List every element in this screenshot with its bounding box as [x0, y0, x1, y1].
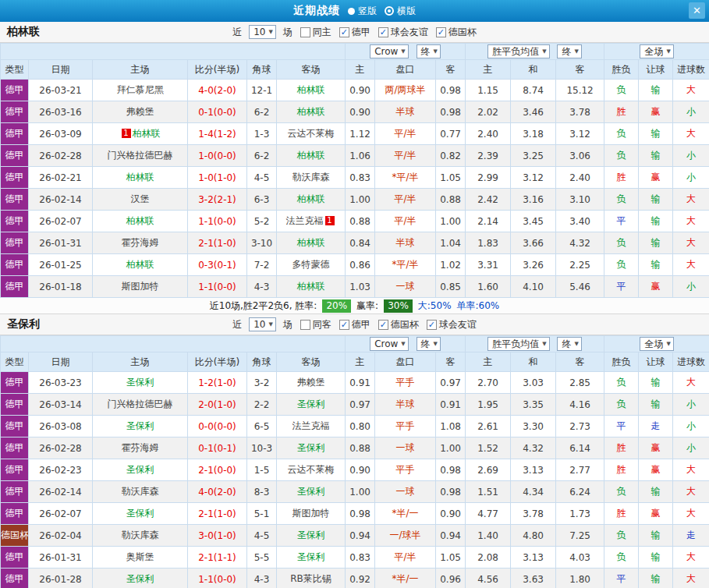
- home-team-cell[interactable]: 汉堡: [93, 189, 188, 211]
- checkbox-checked-icon: ✓: [339, 27, 349, 37]
- filter-checkbox[interactable]: ✓德国杯: [436, 26, 477, 39]
- chevron-down-icon: ▼: [666, 48, 670, 55]
- near-label: 近: [232, 26, 242, 39]
- home-team-cell[interactable]: 斯图加特: [93, 276, 188, 298]
- away-team-cell[interactable]: 圣保利: [277, 394, 346, 416]
- score-cell: 0-3(0-1): [188, 254, 247, 276]
- filter-checkbox[interactable]: 同主: [300, 26, 331, 39]
- column-header: 角球: [247, 352, 277, 372]
- home-team-cell[interactable]: 拜仁慕尼黑: [93, 80, 188, 101]
- home-team-cell[interactable]: 门兴格拉德巴赫: [93, 394, 188, 416]
- away-team-cell[interactable]: 柏林联: [277, 276, 346, 298]
- team-link: 圣保利: [126, 464, 154, 475]
- chevron-down-icon: ▼: [542, 48, 546, 55]
- home-team-cell[interactable]: 圣保利: [93, 459, 188, 481]
- home-team-cell[interactable]: 门兴格拉德巴赫: [93, 145, 188, 167]
- corner-cell: 1-5: [247, 459, 277, 481]
- select-value: 胜平负均值: [492, 338, 539, 351]
- avg-home-cell: 1.95: [466, 394, 511, 416]
- home-team-cell[interactable]: 奥斯堡: [93, 547, 188, 569]
- avg-time-select[interactable]: 终▼: [557, 44, 581, 58]
- away-team-cell[interactable]: 圣保利: [277, 437, 346, 459]
- away-odds-cell: 0.85: [436, 276, 466, 298]
- away-odds-cell: 0.97: [436, 372, 466, 394]
- avg-draw-cell: 3.45: [511, 211, 556, 232]
- team-link: 柏林联: [297, 237, 325, 248]
- scope-select[interactable]: 全场▼: [640, 337, 673, 351]
- date-cell: 26-02-23: [29, 459, 93, 481]
- match-count-select[interactable]: 10▼: [249, 317, 276, 331]
- home-team-cell[interactable]: 圣保利: [93, 372, 188, 394]
- date-cell: 26-03-14: [29, 394, 93, 416]
- away-team-cell[interactable]: 云达不莱梅: [277, 459, 346, 481]
- odds-time-select[interactable]: 终▼: [417, 44, 441, 58]
- away-team-cell[interactable]: 圣保利: [277, 525, 346, 547]
- away-team-cell[interactable]: 法兰克福: [277, 416, 346, 437]
- away-team-cell[interactable]: 柏林联: [277, 101, 346, 123]
- match-count-select[interactable]: 10▼: [249, 25, 276, 39]
- away-team-cell[interactable]: 柏林联: [277, 145, 346, 167]
- column-header: 主: [346, 60, 375, 80]
- chevron-down-icon: ▼: [401, 341, 405, 347]
- avg-odds-select[interactable]: 胜平负均值▼: [487, 44, 549, 58]
- home-team-cell[interactable]: 圣保利: [93, 569, 188, 588]
- away-team-cell[interactable]: 弗赖堡: [277, 372, 346, 394]
- team-link: 柏林联: [126, 172, 154, 182]
- avg-draw-cell: 8.74: [511, 80, 556, 101]
- corner-cell: 4-5: [247, 525, 277, 547]
- filter-checkbox[interactable]: ✓球会友谊: [378, 26, 428, 39]
- team-link: 柏林联: [297, 193, 325, 204]
- away-team-cell[interactable]: 柏林联: [277, 232, 346, 254]
- column-header: 类型: [1, 60, 29, 80]
- score-cell: 2-1(1-1): [188, 547, 247, 569]
- home-team-cell[interactable]: 勒沃库森: [93, 525, 188, 547]
- away-team-cell[interactable]: 柏林联: [277, 80, 346, 101]
- odds-company-select[interactable]: Crow▼: [370, 44, 409, 58]
- avg-away-cell: 3.78: [556, 101, 604, 123]
- away-team-cell[interactable]: 勒沃库森: [277, 167, 346, 189]
- filter-checkbox[interactable]: ✓德甲: [339, 26, 370, 39]
- home-team-cell[interactable]: 圣保利: [93, 416, 188, 437]
- away-team-cell[interactable]: 圣保利: [277, 481, 346, 503]
- home-team-cell[interactable]: 勒沃库森: [93, 481, 188, 503]
- away-team-cell[interactable]: 柏林联: [277, 189, 346, 211]
- column-header: 主: [346, 352, 375, 372]
- handicap-result-cell: 赢: [639, 167, 673, 189]
- odds-time-select[interactable]: 终▼: [417, 337, 441, 351]
- filter-checkbox[interactable]: ✓德国杯: [378, 318, 419, 331]
- team-link: 圣保利: [297, 442, 325, 453]
- filter-checkbox[interactable]: 同客: [300, 318, 331, 331]
- avg-time-select[interactable]: 终▼: [557, 337, 581, 351]
- avg-home-cell: 1.52: [466, 437, 511, 459]
- avg-odds-select[interactable]: 胜平负均值▼: [487, 337, 549, 351]
- home-odds-cell: 1.00: [346, 481, 375, 503]
- home-team-cell[interactable]: 霍芬海姆: [93, 437, 188, 459]
- close-button[interactable]: ✕: [689, 2, 705, 19]
- filter-checkbox[interactable]: ✓球会友谊: [427, 318, 477, 331]
- odds-company-select[interactable]: Crow▼: [370, 337, 409, 351]
- date-cell: 26-03-09: [29, 123, 93, 145]
- home-odds-cell: 0.90: [346, 80, 375, 101]
- home-team-cell[interactable]: 1柏林联: [93, 123, 188, 145]
- scope-selector: 全场▼: [604, 44, 709, 60]
- filter-checkbox[interactable]: ✓德甲: [339, 318, 370, 331]
- away-team-cell[interactable]: 斯图加特: [277, 503, 346, 525]
- away-team-cell[interactable]: RB莱比锡: [277, 569, 346, 588]
- layout-radio-vertical[interactable]: 竖版: [348, 5, 377, 18]
- away-team-cell[interactable]: 圣保利: [277, 547, 346, 569]
- home-team-cell[interactable]: 圣保利: [93, 503, 188, 525]
- home-team-cell[interactable]: 柏林联: [93, 211, 188, 232]
- home-team-cell[interactable]: 霍芬海姆: [93, 232, 188, 254]
- score-cell: 3-0(1-0): [188, 525, 247, 547]
- home-team-cell[interactable]: 弗赖堡: [93, 101, 188, 123]
- result-cell: 负: [604, 232, 639, 254]
- chevron-down-icon: ▼: [401, 48, 405, 55]
- away-team-cell[interactable]: 云达不莱梅: [277, 123, 346, 145]
- home-team-cell[interactable]: 柏林联: [93, 167, 188, 189]
- home-team-cell[interactable]: 柏林联: [93, 254, 188, 276]
- scope-select[interactable]: 全场▼: [640, 44, 673, 58]
- away-team-cell[interactable]: 多特蒙德: [277, 254, 346, 276]
- layout-radio-horizontal[interactable]: 横版: [385, 5, 416, 18]
- away-team-cell[interactable]: 法兰克福1: [277, 211, 346, 232]
- avg-draw-cell: 3.46: [511, 101, 556, 123]
